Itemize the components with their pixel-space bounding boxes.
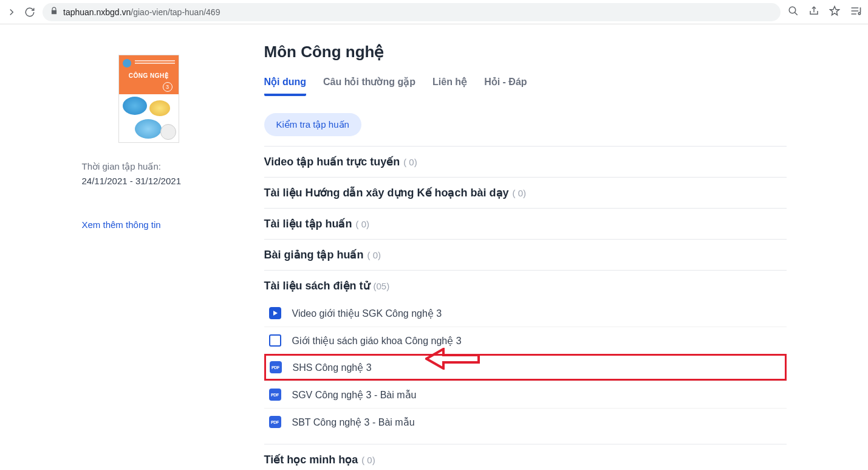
reload-icon[interactable] [24, 7, 35, 18]
check-training-button[interactable]: Kiểm tra tập huấn [264, 113, 361, 136]
section-title: Tiết học minh họa [264, 453, 358, 466]
section-ebook-materials: Tài liệu sách điện tử (05) Video giới th… [264, 270, 787, 444]
browser-toolbar: taphuan.nxbgd.vn/giao-vien/tap-huan/469 [0, 0, 868, 24]
section-count: ( 0) [403, 157, 417, 167]
forward-arrow-icon[interactable] [6, 7, 17, 18]
book-cover: CÔNG NGHỆ 3 [118, 55, 179, 143]
section-count: ( 0) [361, 455, 375, 465]
section-title: Tài liệu Hướng dẫn xây dựng Kế hoạch bài… [264, 186, 509, 199]
tab-lien-he[interactable]: Liên hệ [432, 76, 467, 96]
section-lesson-plan-guide[interactable]: Tài liệu Hướng dẫn xây dựng Kế hoạch bài… [264, 177, 787, 208]
svg-point-0 [789, 7, 796, 13]
list-item[interactable]: PDF SGV Công nghệ 3 - Bài mẫu [264, 381, 787, 408]
pdf-icon: PDF [269, 389, 281, 401]
item-label: Video giới thiệu SGK Công nghệ 3 [292, 308, 442, 319]
section-title: Bài giảng tập huấn [264, 248, 364, 261]
training-time-label: Thời gian tập huấn: [82, 161, 216, 172]
section-title: Video tập huấn trực tuyến [264, 155, 400, 168]
star-icon[interactable] [829, 5, 840, 19]
main-content: Môn Công nghệ Nội dung Câu hỏi thường gặ… [264, 36, 787, 470]
section-training-materials[interactable]: Tài liệu tập huấn ( 0) [264, 208, 787, 239]
list-item-highlighted[interactable]: PDF SHS Công nghệ 3 [264, 354, 787, 381]
item-label: SHS Công nghệ 3 [293, 362, 372, 373]
section-training-lectures[interactable]: Bài giảng tập huấn ( 0) [264, 239, 787, 270]
section-count: ( 0) [367, 250, 381, 260]
page-title: Môn Công nghệ [264, 43, 787, 61]
section-title: Tài liệu tập huấn [264, 217, 352, 230]
section-title: Tài liệu sách điện tử [264, 279, 370, 292]
tab-hoi-dap[interactable]: Hỏi - Đáp [484, 76, 527, 96]
pdf-icon: PDF [269, 416, 281, 428]
list-item[interactable]: Video giới thiệu SGK Công nghệ 3 [264, 300, 787, 327]
section-count: ( 0) [513, 188, 527, 198]
url-host: taphuan.nxbgd.vn/giao-vien/tap-huan/469 [63, 7, 220, 18]
list-item[interactable]: Giới thiệu sách giáo khoa Công nghệ 3 [264, 327, 787, 354]
lock-icon [50, 7, 58, 18]
more-info-link[interactable]: Xem thêm thông tin [82, 219, 216, 230]
playlist-icon[interactable] [850, 5, 862, 19]
zoom-icon[interactable] [788, 5, 799, 19]
tab-noi-dung[interactable]: Nội dung [264, 76, 307, 96]
share-icon[interactable] [808, 5, 819, 19]
url-bar[interactable]: taphuan.nxbgd.vn/giao-vien/tap-huan/469 [43, 3, 781, 21]
tabs: Nội dung Câu hỏi thường gặp Liên hệ Hỏi … [264, 76, 787, 96]
item-label: SBT Công nghệ 3 - Bài mẫu [292, 416, 415, 428]
training-time-range: 24/11/2021 - 31/12/2021 [82, 176, 216, 186]
list-item[interactable]: PDF SBT Công nghệ 3 - Bài mẫu [264, 408, 787, 435]
sidebar: CÔNG NGHỆ 3 Thời gian tập huấn: 24/11/20… [82, 36, 216, 470]
item-label: Giới thiệu sách giáo khoa Công nghệ 3 [292, 335, 462, 347]
video-icon [269, 307, 281, 319]
section-count: (05) [374, 281, 390, 291]
pdf-icon: PDF [270, 361, 282, 373]
section-video-training[interactable]: Video tập huấn trực tuyến ( 0) [264, 146, 787, 177]
section-demo-lesson[interactable]: Tiết học minh họa ( 0) [264, 444, 787, 470]
item-label: SGV Công nghệ 3 - Bài mẫu [292, 389, 417, 401]
tab-cau-hoi[interactable]: Câu hỏi thường gặp [323, 76, 415, 96]
doc-icon [269, 334, 281, 347]
annotation-arrow-icon [425, 348, 480, 370]
section-count: ( 0) [355, 219, 369, 229]
